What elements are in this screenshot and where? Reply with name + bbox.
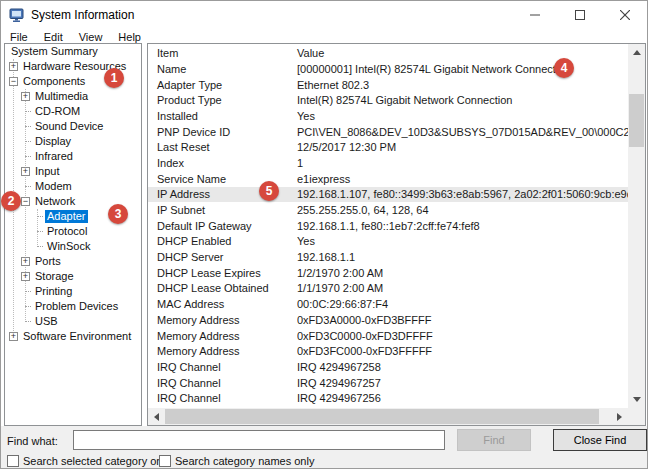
checkbox-unchecked-icon[interactable]	[159, 455, 171, 467]
table-row[interactable]: Memory Address0xFD3A0000-0xFD3BFFFF	[148, 312, 628, 328]
tree-item-label: Printing	[33, 285, 74, 298]
tree-item-system-summary[interactable]: System Summary	[5, 44, 141, 59]
detail-list-pane[interactable]: Item Value Name[00000001] Intel(R) 82574…	[147, 43, 646, 426]
table-row[interactable]: PNP Device IDPCI\VEN_8086&DEV_10D3&SUBSY…	[148, 124, 628, 140]
menu-item-help[interactable]: Help	[110, 31, 149, 43]
tree-item-winsock[interactable]: WinSock	[5, 239, 141, 254]
table-row[interactable]: Default IP Gateway192.168.1.1, fe80::1eb…	[148, 218, 628, 234]
tree-item-display[interactable]: Display	[5, 134, 141, 149]
item-cell: Memory Address	[148, 345, 297, 357]
item-cell: IRQ Channel	[148, 392, 297, 404]
close-find-button[interactable]: Close Find	[553, 429, 647, 451]
checkbox-unchecked-icon[interactable]	[7, 455, 19, 467]
scroll-up-icon[interactable]	[628, 44, 645, 61]
menu-item-edit[interactable]: Edit	[36, 31, 71, 43]
menu-item-view[interactable]: View	[71, 31, 111, 43]
close-button[interactable]	[602, 1, 647, 29]
tree-item-cd-rom[interactable]: CD-ROM	[5, 104, 141, 119]
system-information-icon	[9, 7, 25, 23]
tree-item-infrared[interactable]: Infrared	[5, 149, 141, 164]
expand-icon[interactable]: +	[21, 167, 30, 176]
collapse-icon[interactable]: −	[21, 197, 30, 206]
tree-connector	[37, 216, 43, 217]
tree-item-usb[interactable]: USB	[5, 314, 141, 329]
callout-2: 2	[1, 191, 21, 211]
scroll-right-icon[interactable]	[611, 408, 628, 425]
tree-item-protocol[interactable]: Protocol	[5, 224, 141, 239]
tree-item-storage[interactable]: +Storage	[5, 269, 141, 284]
expand-icon[interactable]: +	[9, 332, 18, 341]
item-cell: Memory Address	[148, 314, 297, 326]
scroll-left-icon[interactable]	[148, 408, 165, 425]
value-cell: IRQ 4294967257	[297, 377, 628, 389]
tree-item-modem[interactable]: Modem	[5, 179, 141, 194]
column-header-item[interactable]: Item	[148, 47, 297, 59]
menu-item-file[interactable]: File	[2, 31, 36, 43]
find-input[interactable]	[73, 430, 445, 450]
table-row[interactable]: IP Subnet255.255.255.0, 64, 128, 64	[148, 202, 628, 218]
collapse-icon[interactable]: −	[9, 77, 18, 86]
expand-icon[interactable]: +	[21, 92, 30, 101]
search-selected-category-checkbox[interactable]: Search selected category only	[7, 455, 170, 467]
scrollbar-corner	[628, 408, 645, 425]
window-controls	[512, 1, 647, 29]
tree-connector	[25, 306, 31, 307]
tree-item-multimedia[interactable]: +Multimedia	[5, 89, 141, 104]
value-cell: 192.168.1.1	[297, 251, 628, 263]
callout-3: 3	[108, 204, 128, 224]
table-row[interactable]: MAC Address00:0C:29:66:87:F4	[148, 296, 628, 312]
table-row[interactable]: DHCP EnabledYes	[148, 234, 628, 250]
value-cell: 192.168.1.107, fe80::3499:3b63:e8ab:5967…	[297, 188, 628, 200]
table-row[interactable]: IRQ ChannelIRQ 4294967256	[148, 390, 628, 406]
tree-item-label: System Summary	[9, 45, 100, 58]
tree-item-label: WinSock	[45, 240, 92, 253]
vertical-scrollbar[interactable]	[628, 44, 645, 408]
expand-icon[interactable]: +	[9, 62, 18, 71]
search-category-names-checkbox[interactable]: Search category names only	[159, 455, 314, 467]
table-row[interactable]: IP Address192.168.1.107, fe80::3499:3b63…	[148, 187, 628, 203]
tree-item-label: Ports	[33, 255, 63, 268]
tree-item-label: Storage	[33, 270, 76, 283]
horizontal-scroll-thumb[interactable]	[165, 409, 599, 424]
table-row[interactable]: IRQ ChannelIRQ 4294967258	[148, 359, 628, 375]
table-row[interactable]: Memory Address0xFD3C0000-0xFD3DFFFF	[148, 328, 628, 344]
vertical-scroll-thumb[interactable]	[629, 94, 644, 147]
table-row[interactable]: Last Reset12/5/2017 12:30 PM	[148, 139, 628, 155]
table-row[interactable]: Adapter TypeEthernet 802.3	[148, 77, 628, 93]
item-cell: Default IP Gateway	[148, 220, 297, 232]
category-tree-pane[interactable]: System Summary+Hardware Resources−Compon…	[4, 43, 142, 426]
minimize-button[interactable]	[512, 1, 557, 29]
value-cell: Ethernet 802.3	[297, 79, 628, 91]
column-header-value[interactable]: Value	[297, 47, 628, 59]
expand-icon[interactable]: +	[21, 257, 30, 266]
value-cell: Yes	[297, 235, 628, 247]
item-cell: DHCP Lease Expires	[148, 267, 297, 279]
table-row[interactable]: IRQ ChannelIRQ 4294967257	[148, 375, 628, 391]
scroll-down-icon[interactable]	[628, 391, 645, 408]
tree-item-problem-devices[interactable]: Problem Devices	[5, 299, 141, 314]
item-cell: IRQ Channel	[148, 377, 297, 389]
tree-item-ports[interactable]: +Ports	[5, 254, 141, 269]
table-row[interactable]: Memory Address0xFD3FC000-0xFD3FFFFF	[148, 343, 628, 359]
tree-item-input[interactable]: +Input	[5, 164, 141, 179]
tree-item-sound-device[interactable]: Sound Device	[5, 119, 141, 134]
table-row[interactable]: DHCP Lease Expires1/2/1970 2:00 AM	[148, 265, 628, 281]
table-row[interactable]: Index1	[148, 155, 628, 171]
table-row[interactable]: DHCP Server192.168.1.1	[148, 249, 628, 265]
tree-item-label: Components	[21, 75, 87, 88]
table-row[interactable]: InstalledYes	[148, 108, 628, 124]
table-row[interactable]: DHCP Lease Obtained1/1/1970 2:00 AM	[148, 281, 628, 297]
tree-item-printing[interactable]: Printing	[5, 284, 141, 299]
table-row[interactable]: Product TypeIntel(R) 82574L Gigabit Netw…	[148, 92, 628, 108]
table-row[interactable]: Service Namee1iexpress	[148, 171, 628, 187]
horizontal-scrollbar[interactable]	[148, 408, 628, 425]
value-cell: 255.255.255.0, 64, 128, 64	[297, 204, 628, 216]
tree-item-software-environment[interactable]: +Software Environment	[5, 329, 141, 344]
expand-icon[interactable]: +	[21, 272, 30, 281]
maximize-button[interactable]	[557, 1, 602, 29]
value-cell: Intel(R) 82574L Gigabit Network Connecti…	[297, 94, 628, 106]
find-button[interactable]: Find	[457, 429, 531, 451]
tree-item-label: Display	[33, 135, 73, 148]
tree-connector	[25, 126, 31, 127]
detail-list-content: Item Value Name[00000001] Intel(R) 82574…	[148, 44, 628, 408]
